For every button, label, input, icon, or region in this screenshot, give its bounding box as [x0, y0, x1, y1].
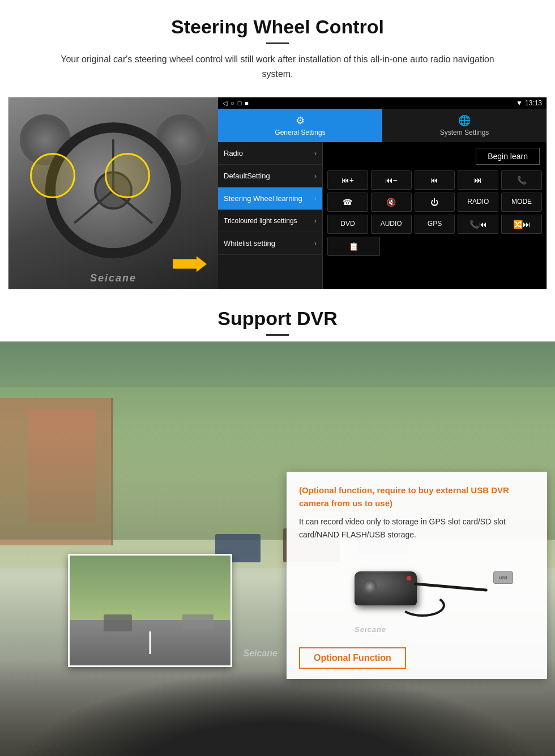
chevron-right-icon: › — [314, 217, 317, 225]
android-content: Radio › DefaultSetting › Steering Wheel … — [218, 142, 547, 289]
menu-whitelist-label: Whitelist setting — [224, 239, 275, 247]
globe-icon: 🌐 — [458, 114, 471, 127]
chevron-right-icon: › — [314, 240, 317, 247]
nav-screenshot-icon[interactable]: ■ — [245, 100, 249, 106]
menu-item-tricoloured[interactable]: Tricoloured light settings › — [218, 210, 322, 232]
menu-item-default-setting[interactable]: DefaultSetting › — [218, 165, 322, 187]
steering-photo: Seicane — [8, 97, 218, 289]
steering-title-area: Steering Wheel Control Your original car… — [0, 0, 555, 87]
steering-title: Steering Wheel Control — [23, 16, 532, 38]
title-divider — [266, 42, 289, 44]
dvd-button[interactable]: DVD — [327, 215, 368, 234]
dvr-optional-notice: (Optional function, require to buy exter… — [299, 484, 535, 510]
steering-description: Your original car's steering wheel contr… — [45, 52, 510, 81]
tab-system-settings[interactable]: 🌐 System Settings — [382, 109, 547, 142]
control-btn-row-4: 📋 — [327, 237, 542, 256]
menu-item-radio[interactable]: Radio › — [218, 142, 322, 165]
dvr-camera-illustration: USB Seicane — [299, 549, 535, 639]
vol-down-button[interactable]: ⏮− — [371, 170, 412, 190]
call-button[interactable]: 📞 — [501, 170, 542, 190]
gps-button[interactable]: GPS — [415, 215, 455, 234]
android-tabs: ⚙ General Settings 🌐 System Settings — [218, 109, 547, 142]
begin-learn-button[interactable]: Begin learn — [476, 148, 540, 165]
menu-tricoloured-label: Tricoloured light settings — [224, 217, 297, 225]
shuffle-next-button[interactable]: 🔀⏭ — [501, 215, 542, 234]
mute-button[interactable]: 🔇 — [371, 193, 412, 212]
radio-mode-button[interactable]: RADIO — [458, 193, 498, 212]
dvr-title-area: Support DVR — [0, 289, 555, 341]
next-track-button[interactable]: ⏭ — [458, 170, 498, 190]
menu-default-label: DefaultSetting — [224, 172, 270, 180]
begin-learn-row: Begin learn — [323, 142, 547, 169]
dvr-thumbnail — [68, 554, 232, 667]
menu-item-whitelist[interactable]: Whitelist setting › — [218, 232, 322, 255]
chevron-right-icon: › — [314, 195, 317, 203]
steering-section: Steering Wheel Control Your original car… — [0, 0, 555, 289]
gear-icon: ⚙ — [296, 114, 305, 127]
control-btn-row-1: ⏮+ ⏮− ⏮ ⏭ 📞 — [327, 170, 542, 190]
audio-button[interactable]: AUDIO — [371, 215, 412, 234]
hang-up-button[interactable]: ☎ — [327, 193, 368, 212]
power-button[interactable]: ⏻ — [415, 193, 455, 212]
tab-general-label: General Settings — [275, 129, 325, 136]
highlight-right — [105, 153, 150, 198]
android-control-panel: Begin learn ⏮+ ⏮− ⏮ ⏭ 📞 ☎ — [323, 142, 547, 289]
nav-home-icon[interactable]: ○ — [230, 100, 234, 106]
dvr-divider — [266, 334, 289, 336]
dvr-section: Support DVR Seicane (Optional — [0, 289, 555, 756]
dvr-thumb-centerline — [150, 631, 151, 654]
tab-system-label: System Settings — [440, 129, 489, 136]
menu-item-steering-wheel[interactable]: Steering Wheel learning › — [218, 187, 322, 210]
dvr-info-card: (Optional function, require to buy exter… — [287, 472, 547, 679]
dvr-description: It can record video only to storage in G… — [299, 515, 535, 541]
spoke-right — [74, 190, 114, 224]
extra-button[interactable]: 📋 — [327, 237, 380, 256]
nav-back-icon[interactable]: ◁ — [223, 100, 227, 107]
nav-recents-icon[interactable]: □ — [238, 100, 242, 106]
vol-up-button[interactable]: ⏮+ — [327, 170, 368, 190]
menu-radio-label: Radio — [224, 149, 243, 157]
prev-track-button[interactable]: ⏮ — [415, 170, 455, 190]
control-btn-row-2: ☎ 🔇 ⏻ RADIO MODE — [327, 193, 542, 212]
status-right-icons: ▼ 13:13 — [516, 99, 542, 107]
android-ui-panel: ◁ ○ □ ■ ▼ 13:13 ⚙ General Settings 🌐 — [218, 97, 547, 289]
usb-connector: USB — [493, 571, 513, 584]
dvr-seicane-watermark: Seicane — [244, 648, 278, 659]
tab-general-settings[interactable]: ⚙ General Settings — [218, 109, 382, 142]
chevron-right-icon: › — [314, 172, 317, 180]
seicane-watermark: Seicane — [90, 272, 136, 284]
status-time: 13:13 — [525, 99, 542, 107]
ui-screenshot-block: Seicane ◁ ○ □ ■ ▼ 13:13 ⚙ — [8, 97, 547, 289]
android-menu-list: Radio › DefaultSetting › Steering Wheel … — [218, 142, 323, 289]
highlight-left — [30, 153, 75, 198]
camera-cord — [414, 582, 488, 591]
chevron-right-icon: › — [314, 150, 317, 157]
dvr-title: Support DVR — [23, 307, 532, 330]
call-prev-button[interactable]: 📞⏮ — [458, 215, 498, 234]
dashboard-overlay — [0, 670, 555, 756]
menu-steering-label: Steering Wheel learning — [224, 194, 302, 203]
optional-function-button[interactable]: Optional Function — [299, 647, 406, 669]
status-nav-icons: ◁ ○ □ ■ — [223, 100, 249, 107]
dvr-image-block: Seicane (Optional function, require to b… — [0, 341, 555, 756]
camera-seicane-watermark: Seicane — [355, 625, 386, 634]
control-btn-row-3: DVD AUDIO GPS 📞⏮ 🔀⏭ — [327, 215, 542, 234]
control-buttons-grid: ⏮+ ⏮− ⏮ ⏭ 📞 ☎ 🔇 ⏻ RADIO MODE — [323, 169, 547, 260]
signal-icon: ▼ — [516, 99, 523, 107]
android-status-bar: ◁ ○ □ ■ ▼ 13:13 — [218, 97, 547, 109]
mode-button[interactable]: MODE — [501, 193, 542, 212]
